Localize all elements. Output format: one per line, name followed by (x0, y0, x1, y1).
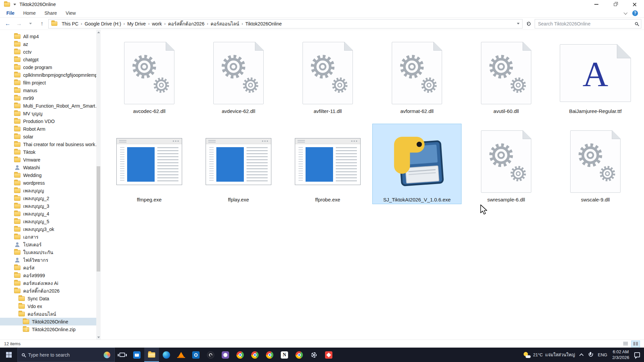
file-item[interactable]: avdevice-62.dll (194, 35, 283, 116)
tab-file[interactable]: File (2, 9, 19, 17)
search-box[interactable] (535, 19, 641, 28)
file-item[interactable]: avcodec-62.dll (105, 35, 194, 116)
back-button[interactable] (3, 19, 13, 28)
taskbar-app-chrome[interactable] (262, 348, 277, 362)
forward-button[interactable] (14, 19, 24, 28)
tree-item[interactable]: คอร์สแต่งเพลง Ai (0, 279, 101, 287)
up-button[interactable] (37, 19, 47, 28)
tree-item[interactable]: cctv (0, 48, 101, 56)
tree-item[interactable]: เพลงบุญญ_5 (0, 218, 101, 225)
details-view-button[interactable] (621, 341, 630, 347)
notification-center-icon[interactable] (634, 352, 640, 357)
tree-item[interactable]: solar (0, 133, 101, 140)
tree-item[interactable]: manus (0, 86, 101, 94)
recent-locations-button[interactable] (25, 19, 36, 28)
file-item[interactable]: avfilter-11.dll (283, 35, 372, 116)
address-dropdown-icon[interactable] (517, 23, 520, 24)
file-item[interactable]: ffmpeg.exe (105, 124, 194, 204)
tree-item[interactable]: Multi_Function_Robot_Arm_Smart_Car (0, 102, 101, 110)
breadcrumb-item[interactable]: คอร์สติ๊กต้อก2026 (166, 20, 207, 27)
tree-item[interactable]: chatgpt (0, 56, 101, 63)
breadcrumb-item[interactable]: คอร์สออนไลน์ (208, 20, 241, 27)
breadcrumb-item[interactable]: Google Drive (H:) (82, 21, 123, 26)
mic-icon[interactable] (588, 352, 593, 358)
refresh-button[interactable] (524, 19, 533, 28)
taskbar-app-task-view[interactable] (115, 348, 129, 362)
tree-item[interactable]: Tiktok2026Online.zip (0, 325, 101, 333)
tree-item[interactable]: คอร์สติ๊กต้อก2026 (0, 287, 101, 295)
taskbar-app-chrome[interactable] (233, 348, 248, 362)
taskbar-app-file-explorer[interactable] (144, 348, 159, 362)
tree-item[interactable]: All mp4 (0, 33, 101, 40)
taskbar-app-chrome[interactable] (248, 348, 262, 362)
breadcrumb-item[interactable]: Tiktok2026Online (243, 21, 284, 26)
tray-overflow-chevron-icon[interactable] (579, 353, 584, 358)
start-button[interactable] (0, 348, 17, 362)
tree-item[interactable]: โปสเตอร์ (0, 241, 101, 248)
tree-item[interactable]: เพลงบุญญ3_ok (0, 225, 101, 233)
sidebar-scrollbar[interactable] (96, 30, 101, 340)
file-item[interactable]: avformat-62.dll (372, 35, 462, 116)
file-item[interactable]: ABaiJamjuree-Regular.ttf (551, 35, 640, 116)
restore-button[interactable] (606, 0, 625, 9)
tree-item[interactable]: Wedding (0, 171, 101, 179)
taskbar-app-edge[interactable] (159, 348, 174, 362)
tree-item[interactable]: Sync Data (0, 295, 101, 302)
tree-item[interactable]: คอร์ส9999 (0, 272, 101, 279)
tree-item[interactable]: คอร์ส (0, 264, 101, 272)
tree-item[interactable]: เพลงบุญญ_3 (0, 202, 101, 210)
taskbar-app-outlook[interactable] (189, 348, 203, 362)
taskbar-app-vlc[interactable] (174, 348, 189, 362)
tree-item[interactable]: film project (0, 79, 101, 86)
tree-item[interactable]: Tiktok (0, 148, 101, 156)
tree-item[interactable]: Prodution VDO (0, 117, 101, 125)
file-item[interactable]: ffprobe.exe (283, 124, 372, 204)
taskbar-app-obs[interactable] (203, 348, 218, 362)
taskbar-app-chrome[interactable] (292, 348, 307, 362)
minimize-button[interactable] (587, 0, 606, 9)
tree-item[interactable]: az (0, 40, 101, 48)
tree-item[interactable]: MV บุญญ (0, 110, 101, 117)
scroll-down-icon[interactable] (96, 335, 101, 340)
tab-share[interactable]: Share (40, 9, 61, 17)
taskbar-search[interactable]: Type here to search (17, 348, 115, 362)
taskbar-app-notion[interactable] (277, 348, 292, 362)
language-indicator[interactable]: ENG (598, 352, 607, 357)
file-item[interactable]: swscale-9.dll (551, 124, 640, 204)
tree-item[interactable]: Robot Arm (0, 125, 101, 133)
taskbar-app-anydesk[interactable] (321, 348, 336, 362)
file-item[interactable]: avutil-60.dll (462, 35, 551, 116)
file-item[interactable]: swresample-6.dll (462, 124, 551, 204)
taskbar-clock[interactable]: 6:02 AM 2/3/2026 (612, 349, 629, 361)
breadcrumb-item[interactable]: work (150, 21, 164, 26)
help-icon[interactable]: ? (632, 10, 638, 16)
tree-item[interactable]: คอร์สออนไลน์ (0, 310, 101, 318)
taskbar-app-mail[interactable] (129, 348, 144, 362)
breadcrumb-item[interactable]: My Drive (125, 21, 148, 26)
tree-item[interactable]: mr99 (0, 94, 101, 102)
scrollbar-thumb[interactable] (97, 166, 100, 272)
tree-item[interactable]: Thai creator for real business workshop (0, 140, 101, 148)
tree-item[interactable]: Tiktok2026Online (0, 318, 101, 325)
tree-item[interactable]: ไฟล์วิทยากร (0, 256, 101, 264)
tree-item[interactable]: เพลงบุญญ (0, 187, 101, 194)
search-input[interactable] (538, 21, 632, 26)
weather-widget[interactable]: 21°C แจ่มใสส่วนใหญ่ (523, 351, 575, 358)
close-button[interactable] (625, 0, 644, 9)
tree-item[interactable]: cplklnmnlbnpmjogncfgfijoopmnlemp (0, 71, 101, 79)
address-box[interactable]: This PC›Google Drive (H:)›My Drive›work›… (48, 19, 523, 28)
file-item[interactable]: SJ_TiktokAI2026_V_1.0.6.exe (372, 124, 462, 204)
tree-item[interactable]: เอกสาร (0, 233, 101, 241)
tree-item[interactable]: Watashi (0, 164, 101, 171)
tree-item[interactable]: เพลงบุญญ_2 (0, 194, 101, 202)
expand-ribbon-icon[interactable] (624, 11, 627, 14)
tree-item[interactable]: Vdo ex (0, 302, 101, 310)
tree-item[interactable]: ใบเคลมประกัน (0, 248, 101, 256)
tree-item[interactable]: code program (0, 63, 101, 71)
tab-home[interactable]: Home (19, 9, 40, 17)
file-item[interactable]: ffplay.exe (194, 124, 283, 204)
taskbar-app-settings[interactable] (307, 348, 321, 362)
icons-view-button[interactable] (631, 341, 640, 347)
tab-view[interactable]: View (61, 9, 80, 17)
tree-item[interactable]: Vmware (0, 156, 101, 164)
